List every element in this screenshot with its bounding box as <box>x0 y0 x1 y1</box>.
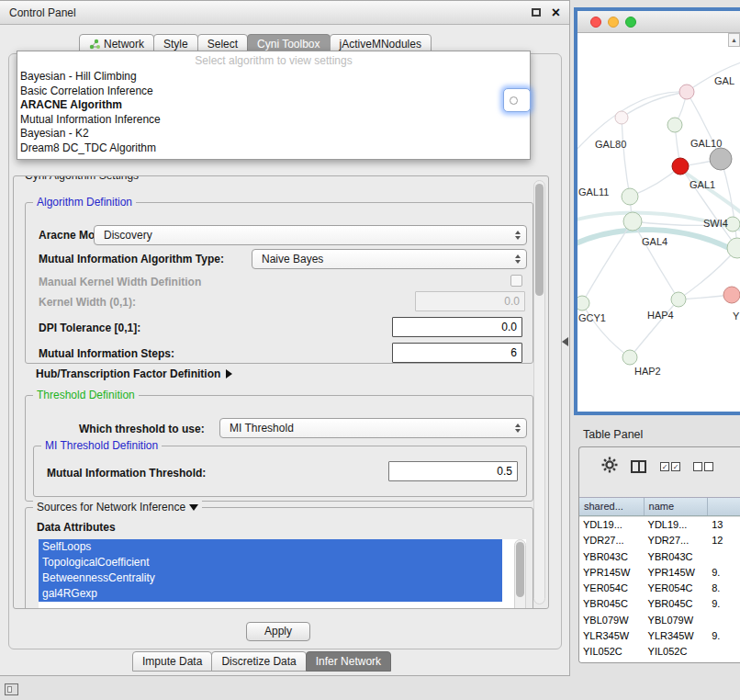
unchecked-box-icon[interactable] <box>704 462 713 471</box>
network-canvas[interactable]: ▲ <box>577 33 740 412</box>
tab-label: Select <box>207 38 238 51</box>
settings-scrollbar-thumb[interactable] <box>535 184 544 296</box>
graph-node[interactable] <box>615 111 628 124</box>
dpi-tolerance-input[interactable] <box>392 317 522 337</box>
checked-box-icon[interactable]: ✓ <box>671 462 680 471</box>
close-icon[interactable]: × <box>552 6 560 20</box>
table-row[interactable]: YER054CYER054C8. <box>579 581 740 596</box>
tab-label: Infer Network <box>316 655 381 668</box>
zoom-traffic-light-icon[interactable] <box>625 17 636 28</box>
unchecked-box-icon[interactable] <box>693 462 702 471</box>
graph-node[interactable] <box>623 212 642 231</box>
list-scrollbar[interactable] <box>514 539 526 609</box>
table-header: shared... name <box>579 497 740 516</box>
table-row[interactable]: YBL079WYBL079W <box>579 613 740 628</box>
table-row[interactable]: YPR145WYPR145W9. <box>579 565 740 581</box>
cell: YIL052C <box>645 644 709 660</box>
panel-collapse-arrow-icon[interactable] <box>562 337 568 346</box>
manual-kernel-checkbox[interactable] <box>510 275 522 287</box>
cell <box>708 549 740 565</box>
table-row[interactable]: YDR27...YDR27...12 <box>579 533 740 548</box>
cell: 8. <box>708 581 740 596</box>
graph-node[interactable] <box>622 350 637 365</box>
network-icon <box>89 39 100 50</box>
node-label: GAL10 <box>690 138 722 149</box>
dropdown-item[interactable]: Bayesian - K2 <box>17 127 530 141</box>
tab-infer-network[interactable]: Infer Network <box>306 651 391 672</box>
minimize-traffic-light-icon[interactable] <box>608 17 619 28</box>
table-row[interactable]: YDL19...YDL19...13 <box>579 517 740 533</box>
node-label: GCY1 <box>578 312 606 323</box>
dropdown-item[interactable]: Dream8 DC_TDC Algorithm <box>17 141 530 156</box>
list-item[interactable]: BetweennessCentrality <box>39 570 502 586</box>
cell: YBL079W <box>645 613 709 628</box>
sources-title-label: Sources for Network Inference <box>37 501 185 514</box>
graph-node[interactable] <box>577 296 589 310</box>
tab-discretize-data[interactable]: Discretize Data <box>211 651 306 672</box>
apply-button[interactable]: Apply <box>246 622 310 641</box>
mi-type-combobox[interactable]: Naive Bayes <box>252 249 527 269</box>
algorithm-combobox-fragment[interactable] <box>503 88 531 112</box>
float-window-icon[interactable] <box>532 8 541 17</box>
dropdown-item[interactable]: Bayesian - Hill Climbing <box>17 70 530 85</box>
settings-scrollbar[interactable] <box>533 180 545 604</box>
expanded-arrow-icon[interactable] <box>189 504 198 511</box>
table-row[interactable]: YLR345WYLR345W9. <box>579 628 740 644</box>
scroll-up-arrow-icon[interactable]: ▲ <box>728 33 740 47</box>
graph-node[interactable] <box>622 188 638 205</box>
graph-node[interactable] <box>671 292 686 307</box>
graph-node-neutral[interactable] <box>710 148 732 170</box>
tab-label: Impute Data <box>142 655 202 668</box>
combobox-value: Discovery <box>100 229 515 242</box>
list-item[interactable]: SelfLoops <box>39 539 502 555</box>
cell: YDL19... <box>579 517 645 533</box>
gear-icon[interactable] <box>601 457 618 473</box>
list-item[interactable]: gal4RGexp <box>39 586 502 602</box>
cell: YBR043C <box>645 549 709 565</box>
tab-label: Style <box>163 38 188 51</box>
column-header[interactable]: shared... <box>579 498 645 515</box>
network-window-titlebar[interactable] <box>577 11 740 33</box>
table-panel-title: Table Panel <box>583 428 643 441</box>
which-threshold-label: Which threshold to use: <box>79 423 205 435</box>
aracne-mode-combobox[interactable]: Discovery <box>94 225 527 245</box>
tab-impute-data[interactable]: Impute Data <box>132 651 212 672</box>
which-threshold-combobox[interactable]: MI Threshold <box>219 418 527 438</box>
node-label: GAL1 <box>690 179 715 190</box>
mi-steps-label: Mutual Information Steps: <box>39 347 174 360</box>
column-header[interactable]: name <box>645 498 709 515</box>
combobox-arrows-icon <box>515 231 521 240</box>
tab-label: Discretize Data <box>221 655 296 668</box>
table-row[interactable]: YIL052CYIL052C <box>579 644 740 660</box>
columns-icon[interactable] <box>631 460 646 473</box>
node-label: SWI4 <box>703 218 728 229</box>
cell: YLR345W <box>645 628 709 644</box>
table-row[interactable]: YBR043CYBR043C <box>579 549 740 565</box>
list-scrollbar-thumb[interactable] <box>516 542 524 597</box>
sources-title[interactable]: Sources for Network Inference <box>33 501 202 514</box>
collapsed-arrow-icon[interactable] <box>226 369 232 378</box>
dropdown-item[interactable]: Mutual Information Inference <box>17 113 530 128</box>
mi-steps-input[interactable] <box>392 343 522 363</box>
list-item[interactable]: TopologicalCoefficient <box>39 555 502 570</box>
kernel-width-input[interactable] <box>415 291 525 311</box>
dropdown-item-highlighted[interactable]: ARACNE Algorithm <box>17 98 530 113</box>
combobox-arrows-icon <box>515 254 521 264</box>
control-panel-titlebar[interactable]: Control Panel × <box>0 1 569 25</box>
mi-threshold-input[interactable] <box>388 461 518 481</box>
graph-node[interactable] <box>667 118 682 132</box>
graph-node[interactable] <box>723 287 740 303</box>
close-traffic-light-icon[interactable] <box>590 17 601 28</box>
dropdown-item[interactable]: Basic Correlation Inference <box>17 85 530 99</box>
checked-box-icon[interactable]: ✓ <box>660 462 669 471</box>
hub-definition-section[interactable]: Hub/Transcription Factor Definition <box>36 367 232 380</box>
minimized-panel-icon[interactable] <box>5 683 18 695</box>
algorithm-definition-group: Algorithm Definition Aracne Mode: Discov… <box>25 202 533 364</box>
column-header[interactable] <box>708 498 740 515</box>
node-label: GAL4 <box>642 236 667 247</box>
node-label: HAP2 <box>634 366 661 377</box>
graph-node-highlighted[interactable] <box>672 158 689 175</box>
table-row[interactable]: YBR045CYBR045C9. <box>579 596 740 612</box>
graph-node[interactable] <box>679 85 694 99</box>
graph-node[interactable] <box>727 238 740 258</box>
